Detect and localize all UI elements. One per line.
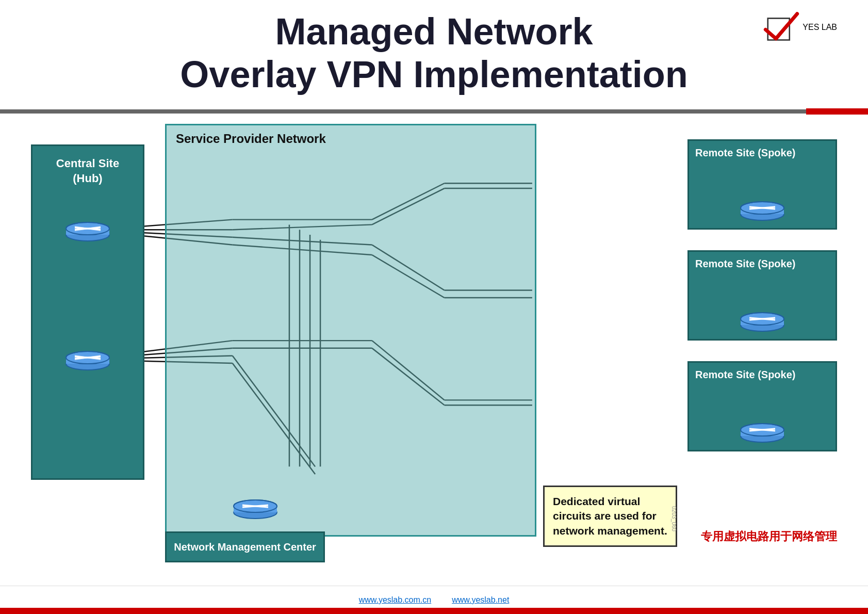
remote-site-1-label: Remote Site (Spoke) bbox=[695, 147, 795, 159]
sp-network-box: Service Provider Network bbox=[165, 124, 536, 537]
svg-rect-51 bbox=[741, 208, 784, 214]
nmc-box: Network Management Center bbox=[165, 531, 325, 562]
central-site-box: Central Site (Hub) bbox=[31, 144, 144, 480]
remote-site-1: Remote Site (Spoke) bbox=[687, 139, 837, 230]
title-line1: Managed Network Overlay VPN Implementati… bbox=[0, 10, 868, 96]
main-diagram: Central Site (Hub) bbox=[31, 124, 837, 562]
dvc-callout: Dedicated virtual circuits are used for … bbox=[543, 486, 677, 547]
section-divider bbox=[0, 108, 868, 115]
spoke-router-1 bbox=[739, 187, 785, 223]
nmc-label: Network Management Center bbox=[174, 541, 316, 553]
divider-red bbox=[806, 108, 868, 115]
divider-gray bbox=[0, 109, 806, 114]
remote-site-3-label: Remote Site (Spoke) bbox=[695, 369, 795, 381]
svg-rect-57 bbox=[741, 319, 784, 325]
svg-rect-69 bbox=[234, 506, 277, 512]
dvc-text: Dedicated virtual circuits are used for … bbox=[553, 494, 667, 538]
remote-site-2-label: Remote Site (Spoke) bbox=[695, 258, 795, 270]
footer-link-2[interactable]: www.yeslab.net bbox=[452, 595, 509, 605]
yeslab-text: YES LAB bbox=[803, 23, 837, 32]
svg-rect-63 bbox=[741, 430, 784, 436]
checkmark-icon bbox=[763, 9, 799, 45]
hub-router-2 bbox=[64, 337, 111, 373]
central-site-label: Central Site (Hub) bbox=[32, 156, 143, 186]
watermark: 0203_060 bbox=[671, 506, 677, 531]
yeslab-logo: YES LAB bbox=[763, 9, 837, 45]
bottom-bar bbox=[0, 608, 868, 614]
hub-router-1 bbox=[64, 208, 111, 244]
svg-rect-43 bbox=[66, 358, 109, 364]
slide-header: Managed Network Overlay VPN Implementati… bbox=[0, 10, 868, 96]
remote-site-3: Remote Site (Spoke) bbox=[687, 361, 837, 451]
chinese-translation: 专用虚拟电路用于网络管理 bbox=[701, 529, 837, 544]
spoke-router-2 bbox=[739, 298, 785, 334]
footer-link-1[interactable]: www.yeslab.com.cn bbox=[359, 595, 432, 605]
nmc-router bbox=[232, 486, 279, 521]
sp-network-label: Service Provider Network bbox=[176, 132, 326, 146]
spoke-router-3 bbox=[739, 409, 785, 445]
svg-rect-35 bbox=[66, 229, 109, 235]
remote-site-2: Remote Site (Spoke) bbox=[687, 250, 837, 341]
